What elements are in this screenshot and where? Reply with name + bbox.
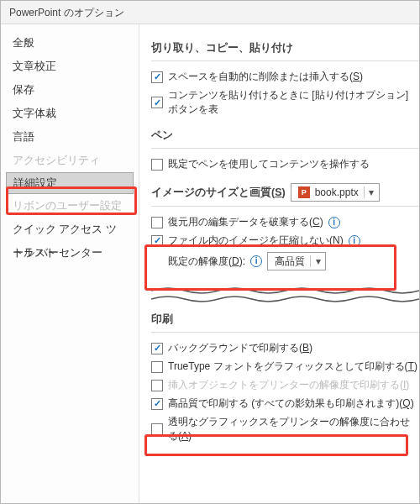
checkbox-icon[interactable]	[151, 423, 163, 435]
opt-pen-default[interactable]: 既定でペンを使用してコンテンツを操作する	[151, 157, 419, 171]
opt-smart-space[interactable]: スペースを自動的に削除または挿入する(S)	[151, 70, 419, 84]
opt-paste-options[interactable]: コンテンツを貼り付けるときに [貼り付けオプション] ボタンを表	[151, 88, 419, 117]
opt-print-inserted[interactable]: 挿入オブジェクトをプリンターの解像度で印刷する(I)	[151, 378, 419, 392]
checkbox-label: スペースを自動的に削除または挿入する(S)	[168, 70, 363, 84]
sidebar-item-save[interactable]: 保存	[1, 78, 139, 102]
checkbox-icon[interactable]	[151, 71, 163, 83]
opt-no-compress[interactable]: ファイル内のイメージを圧縮しない(N) i	[151, 234, 419, 248]
separator	[151, 206, 419, 207]
image-target-dropdown[interactable]: P book.pptx ▾	[291, 183, 380, 202]
checkbox-icon[interactable]	[151, 398, 163, 410]
opt-print-transparent[interactable]: 透明なグラフィックスをプリンターの解像度に合わせる(A)	[151, 415, 419, 444]
opt-default-resolution: 既定の解像度(D): i 高品質 ▾	[151, 252, 419, 270]
checkbox-icon[interactable]	[151, 343, 163, 354]
checkbox-label: 高品質で印刷する (すべての影効果も印刷されます)(Q)	[168, 396, 414, 411]
dropdown-value: book.pptx	[315, 186, 359, 198]
separator	[151, 332, 419, 333]
checkbox-label: 復元用の編集データを破棄する(C)	[168, 215, 323, 229]
sidebar-item-general[interactable]: 全般	[1, 31, 139, 55]
checkbox-icon[interactable]	[151, 361, 163, 373]
checkbox-label: 既定でペンを使用してコンテンツを操作する	[168, 157, 370, 171]
sidebar: 全般 文章校正 保存 文字体裁 言語 アクセシビリティ 詳細設定 リボンのユーザ…	[1, 24, 139, 503]
window-title: PowerPoint のオプション	[1, 1, 419, 24]
section-break-icon	[151, 286, 419, 304]
checkbox-icon[interactable]	[151, 380, 163, 391]
sidebar-item-typography[interactable]: 文字体裁	[1, 102, 139, 125]
sidebar-item-ribbon[interactable]: リボンのユーザー設定	[1, 194, 139, 218]
checkbox-label: ファイル内のイメージを圧縮しない(N)	[168, 234, 344, 248]
sidebar-item-qat[interactable]: クイック アクセス ツール バー	[1, 218, 139, 241]
checkbox-label: TrueType フォントをグラフィックスとして印刷する(T)	[168, 360, 417, 374]
sidebar-item-accessibility[interactable]: アクセシビリティ	[1, 149, 139, 172]
checkbox-label: コンテンツを貼り付けるときに [貼り付けオプション] ボタンを表	[168, 88, 419, 117]
sidebar-item-proofing[interactable]: 文章校正	[1, 55, 139, 78]
section-title-pen: ペン	[151, 129, 419, 143]
resolution-label: 既定の解像度(D):	[168, 255, 245, 269]
resolution-dropdown[interactable]: 高品質 ▾	[267, 252, 326, 270]
info-icon[interactable]: i	[328, 217, 340, 228]
chevron-down-icon: ▾	[310, 255, 322, 267]
checkbox-icon[interactable]	[151, 97, 163, 108]
checkbox-label: 挿入オブジェクトをプリンターの解像度で印刷する(I)	[168, 378, 409, 392]
separator	[151, 60, 419, 61]
checkbox-label: 透明なグラフィックスをプリンターの解像度に合わせる(A)	[168, 415, 419, 444]
section-title-print: 印刷	[151, 312, 419, 327]
checkbox-label: バックグラウンドで印刷する(B)	[168, 341, 312, 355]
options-window: PowerPoint のオプション 全般 文章校正 保存 文字体裁 言語 アクセ…	[0, 0, 420, 504]
sidebar-item-language[interactable]: 言語	[1, 125, 139, 149]
chevron-down-icon: ▾	[364, 186, 375, 198]
dropdown-value: 高品質	[275, 255, 305, 269]
section-title-cut: 切り取り、コピー、貼り付け	[151, 41, 419, 55]
content-pane: 切り取り、コピー、貼り付け スペースを自動的に削除または挿入する(S) コンテン…	[139, 24, 419, 503]
opt-discard-editdata[interactable]: 復元用の編集データを破棄する(C) i	[151, 215, 419, 229]
checkbox-icon[interactable]	[151, 235, 163, 247]
opt-print-highquality[interactable]: 高品質で印刷する (すべての影効果も印刷されます)(Q)	[151, 396, 419, 411]
sidebar-item-advanced[interactable]: 詳細設定	[6, 172, 134, 194]
powerpoint-file-icon: P	[298, 186, 310, 198]
info-icon[interactable]: i	[250, 255, 262, 267]
opt-print-background[interactable]: バックグラウンドで印刷する(B)	[151, 341, 419, 355]
checkbox-icon[interactable]	[151, 159, 163, 171]
info-icon[interactable]: i	[349, 235, 360, 247]
section-title-image: イメージのサイズと画質(S)	[151, 186, 286, 200]
separator	[151, 148, 419, 149]
opt-print-truetype[interactable]: TrueType フォントをグラフィックスとして印刷する(T)	[151, 360, 419, 374]
checkbox-icon[interactable]	[151, 217, 163, 228]
window-body: 全般 文章校正 保存 文字体裁 言語 アクセシビリティ 詳細設定 リボンのユーザ…	[1, 24, 419, 503]
sidebar-item-trust[interactable]: トラスト センター	[1, 241, 139, 265]
